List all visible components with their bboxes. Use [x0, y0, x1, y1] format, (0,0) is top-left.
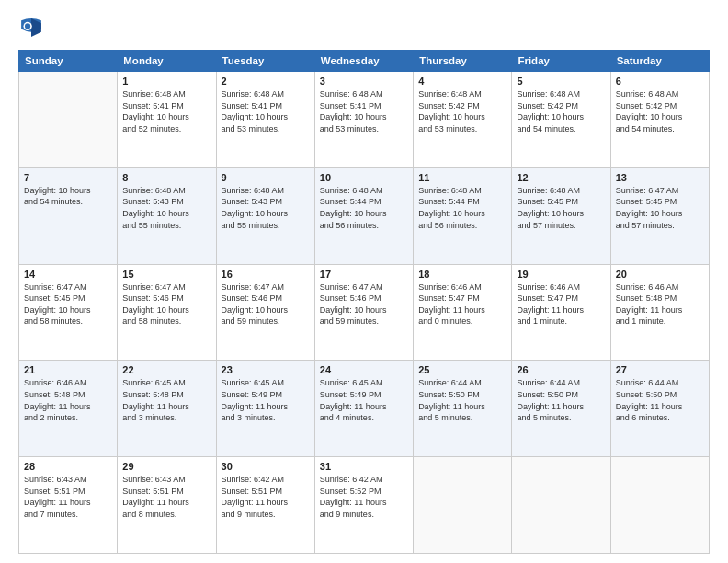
day-cell: [19, 72, 118, 168]
day-cell: 4Sunrise: 6:48 AM Sunset: 5:42 PM Daylig…: [414, 72, 512, 168]
day-number: 21: [24, 364, 112, 375]
day-cell: [414, 457, 512, 554]
day-info: Sunrise: 6:47 AM Sunset: 5:45 PM Dayligh…: [24, 282, 112, 327]
day-number: 13: [616, 172, 704, 183]
day-number: 16: [222, 269, 310, 280]
header-cell-saturday: Saturday: [610, 51, 709, 72]
day-info: Sunrise: 6:48 AM Sunset: 5:42 PM Dayligh…: [418, 88, 506, 134]
day-info: Sunrise: 6:43 AM Sunset: 5:51 PM Dayligh…: [122, 474, 210, 520]
header-row: SundayMondayTuesdayWednesdayThursdayFrid…: [19, 51, 710, 72]
day-info: Sunrise: 6:44 AM Sunset: 5:50 PM Dayligh…: [517, 377, 605, 423]
day-number: 28: [24, 461, 112, 472]
day-number: 24: [320, 364, 408, 375]
day-cell: 17Sunrise: 6:47 AM Sunset: 5:46 PM Dayli…: [314, 264, 413, 361]
day-info: Sunrise: 6:48 AM Sunset: 5:41 PM Dayligh…: [122, 88, 210, 134]
day-cell: 23Sunrise: 6:45 AM Sunset: 5:49 PM Dayli…: [216, 361, 314, 457]
day-number: 22: [122, 364, 210, 375]
day-info: Sunrise: 6:47 AM Sunset: 5:46 PM Dayligh…: [320, 282, 408, 327]
day-cell: 31Sunrise: 6:42 AM Sunset: 5:52 PM Dayli…: [314, 457, 413, 554]
week-row-1: 1Sunrise: 6:48 AM Sunset: 5:41 PM Daylig…: [19, 72, 710, 168]
day-number: 7: [24, 172, 112, 183]
day-info: Sunrise: 6:45 AM Sunset: 5:49 PM Dayligh…: [320, 377, 408, 423]
logo-icon: [18, 15, 44, 40]
day-cell: 29Sunrise: 6:43 AM Sunset: 5:51 PM Dayli…: [118, 457, 216, 554]
day-info: Sunrise: 6:48 AM Sunset: 5:41 PM Dayligh…: [320, 88, 408, 134]
day-number: 10: [320, 172, 408, 183]
day-cell: 20Sunrise: 6:46 AM Sunset: 5:48 PM Dayli…: [610, 264, 709, 361]
day-info: Sunrise: 6:46 AM Sunset: 5:48 PM Dayligh…: [24, 377, 112, 423]
day-number: 8: [122, 172, 210, 183]
day-info: Sunrise: 6:46 AM Sunset: 5:47 PM Dayligh…: [517, 282, 605, 327]
calendar-page: SundayMondayTuesdayWednesdayThursdayFrid…: [0, 0, 728, 563]
week-row-3: 14Sunrise: 6:47 AM Sunset: 5:45 PM Dayli…: [19, 264, 710, 361]
day-cell: 9Sunrise: 6:48 AM Sunset: 5:43 PM Daylig…: [216, 167, 314, 264]
day-cell: 30Sunrise: 6:42 AM Sunset: 5:51 PM Dayli…: [216, 457, 314, 554]
day-info: Sunrise: 6:48 AM Sunset: 5:43 PM Dayligh…: [122, 185, 210, 231]
day-number: 19: [517, 269, 605, 280]
day-info: Sunrise: 6:48 AM Sunset: 5:42 PM Dayligh…: [616, 88, 704, 134]
day-number: 5: [517, 75, 605, 86]
day-number: 23: [222, 364, 310, 375]
header-cell-sunday: Sunday: [19, 51, 118, 72]
day-cell: 27Sunrise: 6:44 AM Sunset: 5:50 PM Dayli…: [610, 361, 709, 457]
day-info: Sunrise: 6:45 AM Sunset: 5:49 PM Dayligh…: [222, 377, 310, 423]
day-info: Sunrise: 6:48 AM Sunset: 5:42 PM Dayligh…: [517, 88, 605, 134]
day-number: 6: [616, 75, 704, 86]
day-info: Sunrise: 6:48 AM Sunset: 5:43 PM Dayligh…: [222, 185, 310, 231]
day-info: Sunrise: 6:46 AM Sunset: 5:48 PM Dayligh…: [616, 282, 704, 327]
day-cell: 10Sunrise: 6:48 AM Sunset: 5:44 PM Dayli…: [314, 167, 413, 264]
day-cell: 24Sunrise: 6:45 AM Sunset: 5:49 PM Dayli…: [314, 361, 413, 457]
day-info: Sunrise: 6:47 AM Sunset: 5:46 PM Dayligh…: [122, 282, 210, 327]
day-number: 17: [320, 269, 408, 280]
day-number: 9: [222, 172, 310, 183]
day-info: Sunrise: 6:44 AM Sunset: 5:50 PM Dayligh…: [418, 377, 506, 423]
day-number: 3: [320, 75, 408, 86]
header-cell-friday: Friday: [512, 51, 610, 72]
day-number: 2: [222, 75, 310, 86]
day-cell: 7Daylight: 10 hours and 54 minutes.: [19, 167, 118, 264]
day-cell: 18Sunrise: 6:46 AM Sunset: 5:47 PM Dayli…: [414, 264, 512, 361]
day-cell: [610, 457, 709, 554]
day-cell: 16Sunrise: 6:47 AM Sunset: 5:46 PM Dayli…: [216, 264, 314, 361]
day-number: 27: [616, 364, 704, 375]
day-cell: 5Sunrise: 6:48 AM Sunset: 5:42 PM Daylig…: [512, 72, 610, 168]
day-cell: 26Sunrise: 6:44 AM Sunset: 5:50 PM Dayli…: [512, 361, 610, 457]
day-info: Sunrise: 6:43 AM Sunset: 5:51 PM Dayligh…: [24, 474, 112, 520]
day-cell: 21Sunrise: 6:46 AM Sunset: 5:48 PM Dayli…: [19, 361, 118, 457]
day-number: 11: [418, 172, 506, 183]
day-number: 25: [418, 364, 506, 375]
calendar-table: SundayMondayTuesdayWednesdayThursdayFrid…: [18, 50, 710, 554]
day-info: Sunrise: 6:45 AM Sunset: 5:48 PM Dayligh…: [122, 377, 210, 423]
day-info: Sunrise: 6:47 AM Sunset: 5:45 PM Dayligh…: [616, 185, 704, 231]
day-cell: 3Sunrise: 6:48 AM Sunset: 5:41 PM Daylig…: [314, 72, 413, 168]
day-number: 29: [122, 461, 210, 472]
day-info: Sunrise: 6:48 AM Sunset: 5:44 PM Dayligh…: [418, 185, 506, 231]
header: [18, 15, 710, 40]
day-number: 26: [517, 364, 605, 375]
week-row-5: 28Sunrise: 6:43 AM Sunset: 5:51 PM Dayli…: [19, 457, 710, 554]
day-cell: 28Sunrise: 6:43 AM Sunset: 5:51 PM Dayli…: [19, 457, 118, 554]
header-cell-thursday: Thursday: [414, 51, 512, 72]
header-cell-wednesday: Wednesday: [314, 51, 413, 72]
day-number: 1: [122, 75, 210, 86]
day-info: Sunrise: 6:47 AM Sunset: 5:46 PM Dayligh…: [222, 282, 310, 327]
day-cell: 2Sunrise: 6:48 AM Sunset: 5:41 PM Daylig…: [216, 72, 314, 168]
day-number: 30: [222, 461, 310, 472]
day-cell: [512, 457, 610, 554]
header-cell-tuesday: Tuesday: [216, 51, 314, 72]
day-info: Sunrise: 6:46 AM Sunset: 5:47 PM Dayligh…: [418, 282, 506, 327]
day-info: Sunrise: 6:48 AM Sunset: 5:44 PM Dayligh…: [320, 185, 408, 231]
day-cell: 1Sunrise: 6:48 AM Sunset: 5:41 PM Daylig…: [118, 72, 216, 168]
day-info: Sunrise: 6:42 AM Sunset: 5:52 PM Dayligh…: [320, 474, 408, 520]
day-number: 31: [320, 461, 408, 472]
day-cell: 6Sunrise: 6:48 AM Sunset: 5:42 PM Daylig…: [610, 72, 709, 168]
header-cell-monday: Monday: [118, 51, 216, 72]
day-cell: 13Sunrise: 6:47 AM Sunset: 5:45 PM Dayli…: [610, 167, 709, 264]
day-info: Sunrise: 6:42 AM Sunset: 5:51 PM Dayligh…: [222, 474, 310, 520]
day-number: 18: [418, 269, 506, 280]
logo: [18, 15, 46, 40]
day-number: 14: [24, 269, 112, 280]
day-cell: 12Sunrise: 6:48 AM Sunset: 5:45 PM Dayli…: [512, 167, 610, 264]
day-info: Sunrise: 6:48 AM Sunset: 5:45 PM Dayligh…: [517, 185, 605, 231]
day-cell: 19Sunrise: 6:46 AM Sunset: 5:47 PM Dayli…: [512, 264, 610, 361]
